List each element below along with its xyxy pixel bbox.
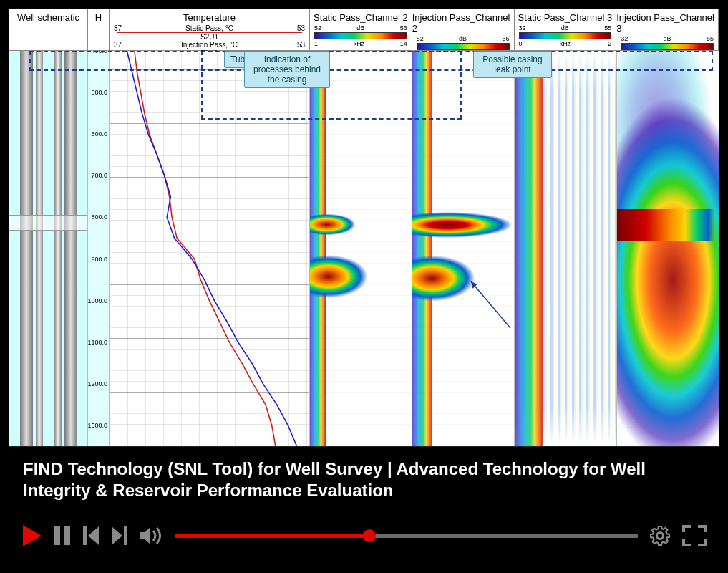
settings-button[interactable] [648,524,672,548]
temp-s1-max: 53 [297,24,305,32]
temperature-series-line [127,51,296,446]
spec0-db-label: dB [356,24,364,32]
spec1-leak-signature [412,209,514,241]
next-button[interactable] [110,525,129,546]
play-icon [21,524,43,548]
video-title: FIND Technology (SNL Tool) for Well Surv… [23,458,705,501]
spec3-db-max: 55 [707,35,714,42]
spec0-title: Static Pass_Channel 2 [314,12,408,23]
col-header-spec-3: Injection Pass_Channel 3 32dB55 0kHz2 [616,9,719,50]
spec2-title: Static Pass_Channel 3 [518,12,613,23]
spec0-leak-signature [310,213,366,236]
temp-s2-min: 37 [114,41,122,49]
behind-casing-callout: Indication of processes behind the casin… [244,51,330,88]
spec3-db-min: 32 [621,35,628,42]
depth-tick: 500.0 [91,89,107,96]
skip-forward-icon [110,525,129,546]
spec1-db-max: 56 [502,35,509,42]
track-temperature [110,51,310,446]
col-header-spec-1: Injection Pass_Channel 2 52dB56 1kHz14 [412,9,515,50]
temperature-title: Temperature [183,12,236,23]
temp-s2-name: Injection Pass, °C [122,41,297,49]
tubing-left-icon [36,51,43,446]
spec2-khz-label: kHz [560,40,571,47]
video-player: Well schematic H Temperature 37 Static P… [0,0,728,573]
spec1-behind-casing-signature [412,253,478,304]
temperature-series-line [135,51,276,446]
col-header-depth: H [88,9,110,50]
temp-s2-max: 53 [297,41,305,49]
spec2-khz-min: 0 [519,40,523,47]
svg-rect-2 [64,526,70,545]
temp-s1-name: Static Pass, °C [122,24,297,32]
volume-button[interactable] [139,525,165,546]
video-title-bar: FIND Technology (SNL Tool) for Well Surv… [9,447,719,507]
track-body: 400.0500.0600.0700.0800.0900.01000.01100… [9,51,719,446]
spec0-db-max: 56 [400,24,407,32]
spec3-db-label: dB [664,35,671,42]
depth-tick: 1000.0 [88,297,107,304]
spec2-band [515,51,543,446]
spec3-leak-streak [617,209,714,241]
casing-right-icon [64,51,77,446]
spec1-db-label: dB [459,35,467,42]
previous-button[interactable] [82,525,100,546]
schematic-title: Well schematic [17,12,79,23]
track-spec-0 [310,51,412,446]
spec2-db-min: 32 [519,24,526,32]
track-spec-3 [617,51,719,446]
depth-tick: 1200.0 [88,380,107,387]
fullscreen-icon [682,525,707,546]
svg-rect-1 [54,526,60,545]
spec2-colorbar [519,32,612,39]
track-header-row: Well schematic H Temperature 37 Static P… [9,9,719,51]
spec1-title: Injection Pass_Channel 2 [412,12,514,34]
skip-back-icon [82,525,100,546]
casing-leak-callout: Possible casing leak point [473,51,552,78]
spec2-khz-max: 2 [608,40,611,47]
spec0-khz-label: kHz [354,40,365,47]
depth-tick: 1300.0 [88,422,107,429]
temp-s1-sub: S2U1 [114,33,305,41]
depth-tick: 900.0 [91,256,107,263]
play-button[interactable] [21,524,43,548]
video-frame: Well schematic H Temperature 37 Static P… [9,9,719,447]
depth-tick: 1100.0 [88,339,107,346]
track-spec-1 [412,51,515,446]
depth-tick: 600.0 [91,130,107,138]
progress-bar[interactable] [175,534,638,538]
spec0-colorbar [314,32,407,39]
spec3-title: Injection Pass_Channel 3 [616,12,718,34]
spec1-colorbar [417,43,510,50]
spec1-db-min: 52 [417,35,424,42]
spec0-khz-max: 14 [400,40,407,47]
track-spec-2 [515,51,617,446]
temperature-plot [110,51,309,446]
fullscreen-button[interactable] [682,525,707,546]
well-pipes [20,51,77,446]
track-schematic [9,51,88,446]
col-header-spec-2: Static Pass_Channel 3 32dB55 0kHz2 [515,9,617,50]
depth-tick: 800.0 [91,213,107,221]
col-header-spec-0: Static Pass_Channel 2 52dB56 1kHz14 [310,9,412,50]
col-header-temperature: Temperature 37 Static Pass, °C 53 S2U1 3… [110,9,310,50]
spec2-db-label: dB [561,24,569,32]
col-header-schematic: Well schematic [9,9,88,50]
spec3-colorbar [621,43,714,50]
tubing-collar-icon [9,215,87,231]
spec0-behind-casing-signature [310,253,371,300]
progress-elapsed [175,534,369,538]
progress-knob-icon[interactable] [363,529,376,542]
pause-button[interactable] [53,525,72,546]
svg-rect-4 [124,526,127,545]
track-depth: 400.0500.0600.0700.0800.0900.01000.01100… [88,51,110,446]
spec0-lowfreq-band [310,51,326,446]
svg-rect-3 [83,526,87,545]
temp-s1-min: 37 [114,24,122,32]
tubing-right-icon [54,51,62,446]
spec3-main-plume [617,51,719,446]
spec2-db-max: 55 [604,24,611,32]
gear-icon [648,524,672,548]
spec0-db-min: 52 [314,24,321,32]
volume-icon [139,525,165,546]
